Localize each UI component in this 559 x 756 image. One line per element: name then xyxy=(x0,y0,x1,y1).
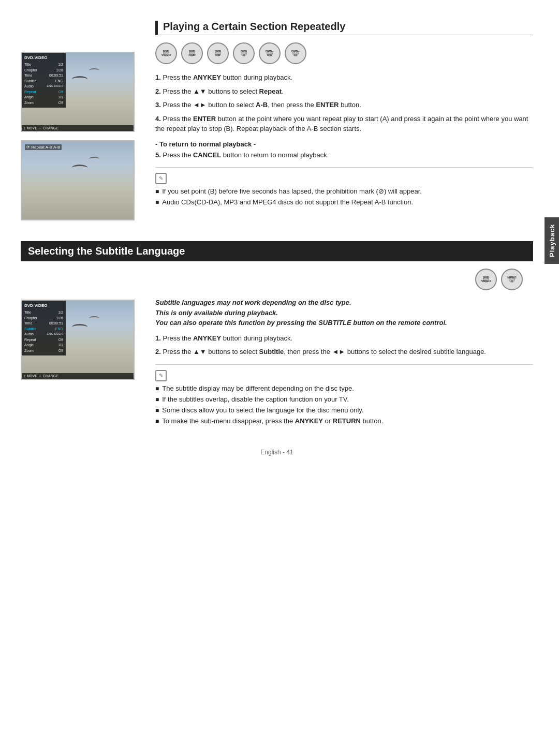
note1-text: If you set point (B) before five seconds… xyxy=(162,187,422,195)
step1-num: 1. xyxy=(155,73,161,81)
disc-icon-dvdplus-rw: DVD+RW xyxy=(259,42,281,64)
note-2: ■ Audio CDs(CD-DA), MP3 and MPEG4 discs … xyxy=(155,198,533,206)
disc-icon-dvdplus-r: DVD+R xyxy=(285,42,306,64)
s2-note-2: ■ If the subtitles overlap, disable the … xyxy=(155,395,533,403)
step2-repeat: Repeat xyxy=(259,87,282,95)
screen3-bottom-bar: ↕ MOVE ↔ CHANGE xyxy=(22,373,134,379)
screen3-title: DVD-VIDEO xyxy=(24,303,63,309)
section1-steps: 1. Press the ANYKEY button during playba… xyxy=(155,72,533,134)
step5-cancel: CANCEL xyxy=(193,151,221,159)
s2-step1-anykey: ANYKEY xyxy=(193,334,221,342)
s2-note3-text: Some discs allow you to select the langu… xyxy=(162,406,363,414)
step4-enter: ENTER xyxy=(193,115,216,123)
disc-icon-dvd-ram: DVDRAM xyxy=(181,42,203,64)
section1-heading: Playing a Certain Section Repeatedly xyxy=(155,21,533,35)
section2-notes: ✎ ■ The subtitle display may be differen… xyxy=(155,364,533,425)
footer-text: English - 41 xyxy=(260,449,293,456)
section2-wrapper: Selecting the Subtitle Language DVD-VIDE… xyxy=(21,241,533,428)
screen1-bottom-bar: ↕ MOVE ↔ CHANGE xyxy=(22,125,134,131)
disc-icon-dvd-rw: DVDRW xyxy=(207,42,229,64)
step3-ab: A-B xyxy=(256,101,268,109)
screen1-title: DVD-VIDEO xyxy=(24,55,63,61)
section2-text: DVDVIDEO MPEG4 Subtitle languages may no… xyxy=(155,269,533,428)
section2-heading: Selecting the Subtitle Language xyxy=(21,241,533,261)
step-2: 2. Press the ▲▼ buttons to select Repeat… xyxy=(155,86,533,97)
s2-note1-text: The subtitle display may be different de… xyxy=(162,384,354,392)
s2-note-icon-row: ✎ xyxy=(155,370,533,381)
screen2-indicator: ⟳ Repeat A-B A-B xyxy=(25,144,62,150)
section2-content: DVD-VIDEO Title1/2 Chapter1/28 Time00:00… xyxy=(21,269,533,428)
section1-text: Playing a Certain Section Repeatedly DVD… xyxy=(155,21,533,220)
step-5: 5. Press the CANCEL button to return to … xyxy=(155,150,533,160)
sub-heading-return: - To return to normal playback - xyxy=(155,140,533,148)
dvd-menu-overlay-1: DVD-VIDEO Title1/2 Chapter1/28 Time00:00… xyxy=(22,53,66,108)
s2-note2-text: If the subtitles overlap, disable the ca… xyxy=(162,395,349,403)
disc-icon-dvd-r: DVDR xyxy=(233,42,255,64)
section2-images: DVD-VIDEO Title1/2 Chapter1/28 Time00:00… xyxy=(21,269,140,428)
step-3: 3. Press the ◄► button to select A-B, th… xyxy=(155,100,533,110)
dvd-menu-overlay-3: DVD-VIDEO Title1/2 Chapter1/28 Time00:00… xyxy=(22,301,66,355)
step-4: 4. Press the ENTER button at the point w… xyxy=(155,114,533,134)
note-row-icon: ✎ xyxy=(155,173,533,184)
disc2-dvd-video: DVDVIDEO xyxy=(475,269,497,290)
dvd-screen-3: DVD-VIDEO Title1/2 Chapter1/28 Time00:00… xyxy=(21,300,135,380)
s2-step-1: 1. Press the ANYKEY button during playba… xyxy=(155,333,533,344)
s2-note-3: ■ Some discs allow you to select the lan… xyxy=(155,406,533,414)
section2-disc-icons: DVDVIDEO MPEG4 xyxy=(155,269,523,290)
disc2-mpeg4: MPEG4 xyxy=(501,269,523,290)
s2-note4-text: To make the sub-menu disappear, press th… xyxy=(162,417,383,425)
s2-note-1: ■ The subtitle display may be different … xyxy=(155,384,533,392)
section2-intro: Subtitle languages may not work dependin… xyxy=(155,298,533,328)
section-playing-repeatedly: DVD-VIDEO Title1/2 Chapter1/28 Time00:00… xyxy=(21,21,533,220)
note2-pencil-icon: ✎ xyxy=(155,370,167,381)
section1-disc-icons: DVDVIDEO DVDRAM DVDRW DVDR DVD+RW DVD+R xyxy=(155,42,533,64)
intro-bold-line3: You can also operate this function by pr… xyxy=(155,319,447,327)
step3-enter: ENTER xyxy=(316,101,339,109)
section1-notes: ✎ ■ If you set point (B) before five sec… xyxy=(155,167,533,206)
s2-note-4: ■ To make the sub-menu disappear, press … xyxy=(155,417,533,425)
dvd-screen-2: ⟳ Repeat A-B A-B xyxy=(21,140,135,220)
sidebar-label: Playback xyxy=(548,224,556,257)
note-pencil-icon: ✎ xyxy=(155,173,167,184)
section2-steps: 1. Press the ANYKEY button during playba… xyxy=(155,333,533,357)
sidebar-playback-tab: Playback xyxy=(545,217,559,264)
note-1: ■ If you set point (B) before five secon… xyxy=(155,187,533,195)
step1-anykey: ANYKEY xyxy=(193,73,221,81)
page-footer: English - 41 xyxy=(21,449,533,466)
disc-icon-dvd-video: DVDVIDEO xyxy=(155,42,177,64)
dvd-screen-1: DVD-VIDEO Title1/2 Chapter1/28 Time00:00… xyxy=(21,52,135,132)
step-1: 1. Press the ANYKEY button during playba… xyxy=(155,72,533,83)
s2-step-2: 2. Press the ▲▼ buttons to select Subtit… xyxy=(155,347,533,357)
note2-text: Audio CDs(CD-DA), MP3 and MPEG4 discs do… xyxy=(162,198,413,206)
section1-images: DVD-VIDEO Title1/2 Chapter1/28 Time00:00… xyxy=(21,21,140,220)
s2-step2-subtitle: Subtitle xyxy=(259,348,284,355)
